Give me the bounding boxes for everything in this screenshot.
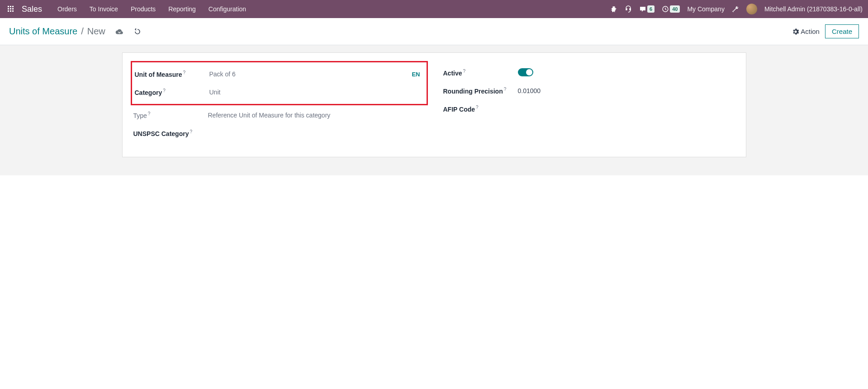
support-icon[interactable] <box>625 5 632 13</box>
help-icon[interactable]: ? <box>476 105 479 110</box>
svg-rect-4 <box>10 8 11 9</box>
app-brand[interactable]: Sales <box>22 5 42 14</box>
uom-label-text: Unit of Measure <box>135 71 182 78</box>
nav-products[interactable]: Products <box>124 0 162 18</box>
main-navbar: Sales Orders To Invoice Products Reporti… <box>0 0 868 18</box>
activities-icon[interactable]: 40 <box>662 5 680 13</box>
category-label-text: Category <box>135 89 162 96</box>
nav-orders[interactable]: Orders <box>51 0 83 18</box>
help-icon[interactable]: ? <box>183 70 186 75</box>
type-field[interactable]: Reference Unit of Measure for this categ… <box>208 112 425 119</box>
rounding-label: Rounding Precision? <box>443 87 518 95</box>
tools-icon[interactable] <box>732 5 739 13</box>
discard-icon[interactable] <box>133 28 142 36</box>
control-panel: Units of Measure / New Action Create <box>0 18 868 45</box>
company-switcher[interactable]: My Company <box>687 5 724 13</box>
breadcrumb: Units of Measure / New <box>9 26 142 37</box>
messages-icon[interactable]: 6 <box>639 5 655 13</box>
svg-rect-2 <box>12 6 14 7</box>
bug-icon[interactable] <box>610 5 617 13</box>
action-dropdown[interactable]: Action <box>792 28 820 35</box>
svg-rect-1 <box>10 6 11 7</box>
gear-icon <box>792 28 799 35</box>
type-label-text: Type <box>133 112 147 119</box>
breadcrumb-parent[interactable]: Units of Measure <box>9 26 77 37</box>
svg-rect-8 <box>12 10 14 12</box>
svg-rect-0 <box>8 6 9 7</box>
form-right-column: Active? Rounding Precision? 0.01000 AFIP… <box>443 64 735 142</box>
afip-row: AFIP Code? <box>443 100 735 118</box>
form-columns: Unit of Measure? Pack of 6 EN Category? … <box>133 64 735 142</box>
navbar-right: 6 40 My Company Mitchell Admin (21870383… <box>610 4 863 14</box>
cloud-save-icon[interactable] <box>115 28 123 36</box>
svg-rect-7 <box>10 10 11 12</box>
activities-badge: 40 <box>670 5 680 13</box>
nav-configuration[interactable]: Configuration <box>202 0 252 18</box>
breadcrumb-current: New <box>87 26 105 37</box>
uom-label: Unit of Measure? <box>135 70 209 78</box>
help-icon[interactable]: ? <box>163 88 166 93</box>
user-menu[interactable]: Mitchell Admin (21870383-16-0-all) <box>764 5 863 13</box>
svg-rect-6 <box>8 10 9 12</box>
svg-rect-5 <box>12 8 14 9</box>
avatar[interactable] <box>746 4 757 14</box>
create-button[interactable]: Create <box>825 24 859 38</box>
unspsc-label: UNSPSC Category? <box>133 129 208 137</box>
category-row: Category? Unit <box>135 83 424 101</box>
category-label: Category? <box>135 88 209 96</box>
messages-badge: 6 <box>647 5 655 13</box>
highlight-box: Unit of Measure? Pack of 6 EN Category? … <box>131 61 428 105</box>
active-toggle[interactable] <box>518 68 533 76</box>
svg-rect-3 <box>8 8 9 9</box>
unspsc-label-text: UNSPSC Category <box>133 130 189 137</box>
help-icon[interactable]: ? <box>504 87 507 92</box>
category-field[interactable]: Unit <box>209 89 424 96</box>
active-field <box>518 68 735 78</box>
main-content: Unit of Measure? Pack of 6 EN Category? … <box>0 45 868 175</box>
type-label: Type? <box>133 111 208 119</box>
uom-row: Unit of Measure? Pack of 6 EN <box>135 65 424 83</box>
control-panel-right: Action Create <box>792 24 859 38</box>
breadcrumb-separator: / <box>81 26 84 37</box>
help-icon[interactable]: ? <box>148 111 151 116</box>
uom-field[interactable]: Pack of 6 <box>209 70 412 78</box>
rounding-label-text: Rounding Precision <box>443 88 503 95</box>
type-row: Type? Reference Unit of Measure for this… <box>133 106 425 124</box>
active-label-text: Active <box>443 70 462 77</box>
active-row: Active? <box>443 64 735 82</box>
nav-to-invoice[interactable]: To Invoice <box>83 0 124 18</box>
rounding-row: Rounding Precision? 0.01000 <box>443 82 735 100</box>
afip-label-text: AFIP Code <box>443 106 475 113</box>
active-label: Active? <box>443 69 518 77</box>
lang-badge[interactable]: EN <box>412 71 420 78</box>
help-icon[interactable]: ? <box>463 69 466 74</box>
rounding-field[interactable]: 0.01000 <box>518 87 735 94</box>
unspsc-row: UNSPSC Category? <box>133 124 425 142</box>
nav-reporting[interactable]: Reporting <box>162 0 202 18</box>
apps-icon[interactable] <box>5 4 16 14</box>
form-left-column: Unit of Measure? Pack of 6 EN Category? … <box>133 64 425 142</box>
action-label: Action <box>801 28 820 35</box>
nav-menu: Orders To Invoice Products Reporting Con… <box>51 0 252 18</box>
afip-label: AFIP Code? <box>443 105 518 113</box>
navbar-left: Sales Orders To Invoice Products Reporti… <box>5 0 252 18</box>
form-sheet: Unit of Measure? Pack of 6 EN Category? … <box>122 52 746 157</box>
help-icon[interactable]: ? <box>190 129 192 134</box>
